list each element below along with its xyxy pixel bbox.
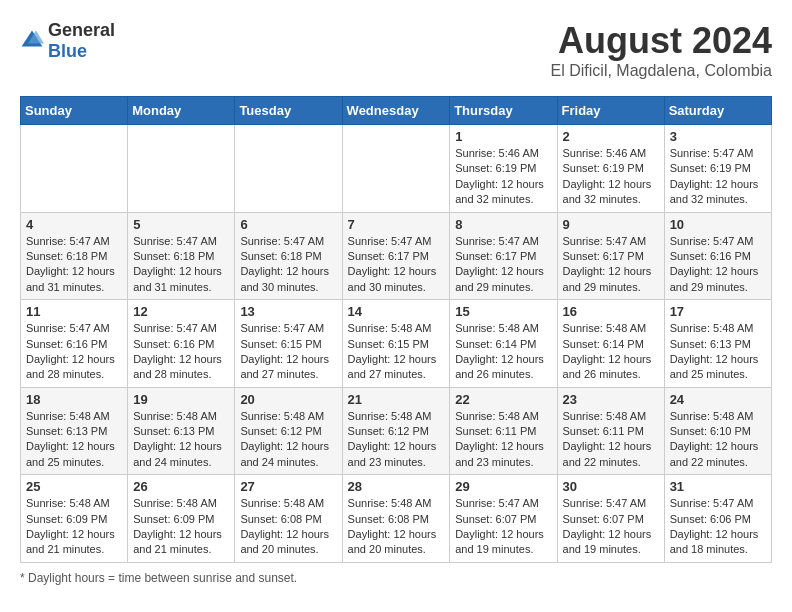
day-number: 14 [348,304,445,319]
weekday-header-friday: Friday [557,97,664,125]
calendar-cell: 9Sunrise: 5:47 AM Sunset: 6:17 PM Daylig… [557,212,664,300]
weekday-header-tuesday: Tuesday [235,97,342,125]
calendar-cell [128,125,235,213]
calendar-cell: 7Sunrise: 5:47 AM Sunset: 6:17 PM Daylig… [342,212,450,300]
day-info: Sunrise: 5:48 AM Sunset: 6:15 PM Dayligh… [348,321,445,383]
calendar-cell: 18Sunrise: 5:48 AM Sunset: 6:13 PM Dayli… [21,387,128,475]
calendar-cell: 6Sunrise: 5:47 AM Sunset: 6:18 PM Daylig… [235,212,342,300]
day-number: 23 [563,392,659,407]
week-row-3: 11Sunrise: 5:47 AM Sunset: 6:16 PM Dayli… [21,300,772,388]
calendar-cell: 25Sunrise: 5:48 AM Sunset: 6:09 PM Dayli… [21,475,128,563]
day-info: Sunrise: 5:47 AM Sunset: 6:18 PM Dayligh… [133,234,229,296]
calendar-cell: 5Sunrise: 5:47 AM Sunset: 6:18 PM Daylig… [128,212,235,300]
weekday-header-thursday: Thursday [450,97,557,125]
calendar-cell: 4Sunrise: 5:47 AM Sunset: 6:18 PM Daylig… [21,212,128,300]
calendar-cell: 3Sunrise: 5:47 AM Sunset: 6:19 PM Daylig… [664,125,771,213]
day-number: 28 [348,479,445,494]
calendar-cell [235,125,342,213]
logo-blue: Blue [48,41,87,61]
weekday-header-row: SundayMondayTuesdayWednesdayThursdayFrid… [21,97,772,125]
week-row-1: 1Sunrise: 5:46 AM Sunset: 6:19 PM Daylig… [21,125,772,213]
day-info: Sunrise: 5:48 AM Sunset: 6:12 PM Dayligh… [348,409,445,471]
logo: General Blue [20,20,115,62]
day-info: Sunrise: 5:48 AM Sunset: 6:08 PM Dayligh… [240,496,336,558]
calendar-table: SundayMondayTuesdayWednesdayThursdayFrid… [20,96,772,563]
calendar-cell: 28Sunrise: 5:48 AM Sunset: 6:08 PM Dayli… [342,475,450,563]
day-info: Sunrise: 5:48 AM Sunset: 6:13 PM Dayligh… [670,321,766,383]
day-number: 17 [670,304,766,319]
day-number: 4 [26,217,122,232]
calendar-cell: 2Sunrise: 5:46 AM Sunset: 6:19 PM Daylig… [557,125,664,213]
day-info: Sunrise: 5:47 AM Sunset: 6:07 PM Dayligh… [563,496,659,558]
calendar-cell: 8Sunrise: 5:47 AM Sunset: 6:17 PM Daylig… [450,212,557,300]
month-year: August 2024 [551,20,772,62]
weekday-header-sunday: Sunday [21,97,128,125]
day-info: Sunrise: 5:47 AM Sunset: 6:16 PM Dayligh… [133,321,229,383]
calendar-cell: 29Sunrise: 5:47 AM Sunset: 6:07 PM Dayli… [450,475,557,563]
location: El Dificil, Magdalena, Colombia [551,62,772,80]
calendar-cell: 23Sunrise: 5:48 AM Sunset: 6:11 PM Dayli… [557,387,664,475]
logo-general: General [48,20,115,40]
day-info: Sunrise: 5:48 AM Sunset: 6:14 PM Dayligh… [563,321,659,383]
calendar-cell: 16Sunrise: 5:48 AM Sunset: 6:14 PM Dayli… [557,300,664,388]
calendar-cell: 30Sunrise: 5:47 AM Sunset: 6:07 PM Dayli… [557,475,664,563]
day-info: Sunrise: 5:46 AM Sunset: 6:19 PM Dayligh… [563,146,659,208]
day-number: 18 [26,392,122,407]
day-number: 12 [133,304,229,319]
day-info: Sunrise: 5:48 AM Sunset: 6:13 PM Dayligh… [133,409,229,471]
day-number: 9 [563,217,659,232]
day-info: Sunrise: 5:48 AM Sunset: 6:13 PM Dayligh… [26,409,122,471]
day-info: Sunrise: 5:47 AM Sunset: 6:16 PM Dayligh… [26,321,122,383]
day-info: Sunrise: 5:47 AM Sunset: 6:07 PM Dayligh… [455,496,551,558]
calendar-cell: 15Sunrise: 5:48 AM Sunset: 6:14 PM Dayli… [450,300,557,388]
day-info: Sunrise: 5:48 AM Sunset: 6:09 PM Dayligh… [133,496,229,558]
day-number: 15 [455,304,551,319]
day-number: 25 [26,479,122,494]
day-info: Sunrise: 5:47 AM Sunset: 6:15 PM Dayligh… [240,321,336,383]
day-number: 8 [455,217,551,232]
calendar-cell: 21Sunrise: 5:48 AM Sunset: 6:12 PM Dayli… [342,387,450,475]
day-info: Sunrise: 5:47 AM Sunset: 6:17 PM Dayligh… [455,234,551,296]
day-info: Sunrise: 5:48 AM Sunset: 6:11 PM Dayligh… [563,409,659,471]
day-info: Sunrise: 5:46 AM Sunset: 6:19 PM Dayligh… [455,146,551,208]
day-number: 27 [240,479,336,494]
day-info: Sunrise: 5:47 AM Sunset: 6:06 PM Dayligh… [670,496,766,558]
day-number: 5 [133,217,229,232]
calendar-cell: 31Sunrise: 5:47 AM Sunset: 6:06 PM Dayli… [664,475,771,563]
day-number: 2 [563,129,659,144]
day-info: Sunrise: 5:47 AM Sunset: 6:17 PM Dayligh… [348,234,445,296]
calendar-cell: 19Sunrise: 5:48 AM Sunset: 6:13 PM Dayli… [128,387,235,475]
week-row-5: 25Sunrise: 5:48 AM Sunset: 6:09 PM Dayli… [21,475,772,563]
day-number: 11 [26,304,122,319]
calendar-cell: 1Sunrise: 5:46 AM Sunset: 6:19 PM Daylig… [450,125,557,213]
day-number: 26 [133,479,229,494]
day-number: 30 [563,479,659,494]
day-number: 20 [240,392,336,407]
logo-icon [20,29,44,53]
day-info: Sunrise: 5:48 AM Sunset: 6:14 PM Dayligh… [455,321,551,383]
calendar-cell: 10Sunrise: 5:47 AM Sunset: 6:16 PM Dayli… [664,212,771,300]
weekday-header-monday: Monday [128,97,235,125]
header: General Blue August 2024 El Dificil, Mag… [20,20,772,80]
day-info: Sunrise: 5:47 AM Sunset: 6:17 PM Dayligh… [563,234,659,296]
day-number: 3 [670,129,766,144]
calendar-cell: 17Sunrise: 5:48 AM Sunset: 6:13 PM Dayli… [664,300,771,388]
day-info: Sunrise: 5:48 AM Sunset: 6:10 PM Dayligh… [670,409,766,471]
calendar-cell: 27Sunrise: 5:48 AM Sunset: 6:08 PM Dayli… [235,475,342,563]
day-info: Sunrise: 5:48 AM Sunset: 6:09 PM Dayligh… [26,496,122,558]
week-row-4: 18Sunrise: 5:48 AM Sunset: 6:13 PM Dayli… [21,387,772,475]
calendar-cell [21,125,128,213]
day-number: 22 [455,392,551,407]
calendar-cell: 20Sunrise: 5:48 AM Sunset: 6:12 PM Dayli… [235,387,342,475]
daylight-hours-label: Daylight hours [28,571,105,585]
day-number: 29 [455,479,551,494]
calendar-cell: 11Sunrise: 5:47 AM Sunset: 6:16 PM Dayli… [21,300,128,388]
weekday-header-wednesday: Wednesday [342,97,450,125]
day-info: Sunrise: 5:47 AM Sunset: 6:19 PM Dayligh… [670,146,766,208]
calendar-cell [342,125,450,213]
day-number: 19 [133,392,229,407]
day-number: 21 [348,392,445,407]
day-info: Sunrise: 5:48 AM Sunset: 6:11 PM Dayligh… [455,409,551,471]
calendar-cell: 24Sunrise: 5:48 AM Sunset: 6:10 PM Dayli… [664,387,771,475]
day-info: Sunrise: 5:47 AM Sunset: 6:16 PM Dayligh… [670,234,766,296]
